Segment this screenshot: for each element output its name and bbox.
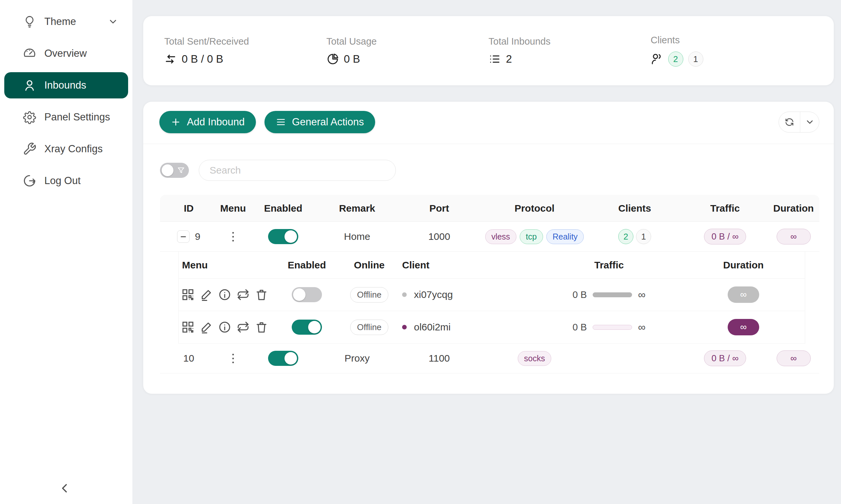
traffic-limit: ∞ xyxy=(638,321,646,334)
plus-icon xyxy=(171,117,181,127)
client-enabled-toggle[interactable] xyxy=(292,320,322,335)
swap-arrows-icon xyxy=(164,53,177,65)
refresh-icon xyxy=(785,117,794,127)
qr-code-icon[interactable] xyxy=(181,321,194,334)
refresh-split-button xyxy=(778,111,819,132)
row-menu-button[interactable] xyxy=(230,229,237,244)
toggle-knob xyxy=(285,230,297,243)
inbound-enabled-toggle[interactable] xyxy=(268,229,298,244)
toggle-knob xyxy=(293,288,306,301)
traffic-pill: 0 B / ∞ xyxy=(704,350,746,366)
traffic-pill: 0 B / ∞ xyxy=(704,229,746,245)
sidebar-item-label: Panel Settings xyxy=(44,111,110,123)
inbound-id: 9 xyxy=(195,231,201,242)
users-icon xyxy=(651,53,663,65)
menu-lines-icon xyxy=(276,117,286,127)
info-icon[interactable] xyxy=(218,288,231,301)
client-row: Offline ol60i2mi 0 B ∞ ∞ xyxy=(179,311,805,344)
search-input[interactable] xyxy=(199,160,396,181)
refresh-button[interactable] xyxy=(779,112,800,132)
stat-label: Total Usage xyxy=(327,36,489,47)
filter-toggle[interactable] xyxy=(160,163,189,178)
row-menu-button[interactable] xyxy=(230,351,237,366)
clients-total-badge: 1 xyxy=(688,52,703,67)
duration-pill[interactable]: ∞ xyxy=(777,350,811,366)
toggle-knob xyxy=(308,321,321,334)
logout-icon xyxy=(23,174,36,188)
qr-code-icon[interactable] xyxy=(181,288,194,301)
chevron-left-icon xyxy=(58,481,72,496)
sidebar-item-inbounds[interactable]: Inbounds xyxy=(4,72,128,98)
client-traffic-value: 0 B xyxy=(572,322,587,333)
collapse-sidebar-button[interactable] xyxy=(55,479,75,498)
client-status-dot xyxy=(402,325,407,329)
inbound-enabled-toggle[interactable] xyxy=(268,351,298,366)
col-traffic: Traffic xyxy=(682,203,768,214)
toolbar: Add Inbound General Actions xyxy=(143,102,834,144)
sidebar-item-label: Theme xyxy=(44,16,76,28)
sidebar-item-label: Log Out xyxy=(44,175,81,187)
online-status-badge: Offline xyxy=(350,320,389,335)
edit-icon[interactable] xyxy=(200,321,213,334)
clients-online-badge: 2 xyxy=(668,52,683,67)
toggle-knob xyxy=(285,352,297,364)
protocol-tag: Reality xyxy=(546,229,584,244)
stat-total-inbounds: Total Inbounds 2 xyxy=(488,36,651,65)
edit-icon[interactable] xyxy=(200,288,213,301)
inbound-id: 10 xyxy=(183,353,194,364)
col-online: Online xyxy=(340,259,399,271)
stat-total-usage: Total Usage 0 B xyxy=(327,36,489,65)
col-id: ID xyxy=(160,203,218,214)
search-row xyxy=(160,160,834,181)
client-name: xi07ycqg xyxy=(414,289,453,300)
inbound-remark: Home xyxy=(318,231,396,242)
repeat-icon[interactable] xyxy=(237,321,250,334)
sidebar: Theme Overview Inbounds Panel Settings X… xyxy=(0,0,132,504)
col-protocol: Protocol xyxy=(482,203,587,214)
sidebar-item-overview[interactable]: Overview xyxy=(4,40,128,67)
col-duration: Duration xyxy=(681,259,806,271)
toggle-knob xyxy=(161,164,173,176)
add-inbound-label: Add Inbound xyxy=(187,116,245,128)
sidebar-item-panel-settings[interactable]: Panel Settings xyxy=(4,104,128,130)
stats-card: Total Sent/Received 0 B / 0 B Total Usag… xyxy=(143,16,834,85)
client-enabled-toggle[interactable] xyxy=(292,287,322,302)
info-icon[interactable] xyxy=(218,321,231,334)
stat-label: Clients xyxy=(651,35,813,46)
sidebar-item-theme[interactable]: Theme xyxy=(4,8,128,35)
inbound-remark: Proxy xyxy=(318,353,396,364)
client-status-dot xyxy=(402,292,407,297)
client-duration-pill[interactable]: ∞ xyxy=(728,286,759,303)
protocol-tag: tcp xyxy=(520,229,543,244)
trash-icon[interactable] xyxy=(255,321,268,334)
stat-label: Total Inbounds xyxy=(488,36,651,47)
collapse-row-button[interactable] xyxy=(177,230,190,243)
col-duration: Duration xyxy=(768,203,819,214)
traffic-progress-bar xyxy=(593,325,632,330)
pie-chart-icon xyxy=(327,53,339,65)
add-inbound-button[interactable]: Add Inbound xyxy=(159,111,256,133)
sidebar-item-log-out[interactable]: Log Out xyxy=(4,168,128,194)
col-client: Client xyxy=(399,259,537,271)
clients-online-badge: 2 xyxy=(618,229,633,244)
client-traffic-value: 0 B xyxy=(572,289,587,300)
duration-pill[interactable]: ∞ xyxy=(777,229,811,245)
refresh-options-button[interactable] xyxy=(800,112,819,132)
filter-funnel-icon xyxy=(177,166,185,175)
inbounds-table: ID Menu Enabled Remark Port Protocol Cli… xyxy=(160,195,819,373)
main-content: Total Sent/Received 0 B / 0 B Total Usag… xyxy=(132,0,841,504)
general-actions-button[interactable]: General Actions xyxy=(264,111,375,133)
trash-icon[interactable] xyxy=(255,288,268,301)
inbound-row: 9 Home 1000 vless tcp Reality 2 1 0 B / … xyxy=(160,222,819,252)
client-row: Offline xi07ycqg 0 B ∞ ∞ xyxy=(179,278,805,311)
col-enabled: Enabled xyxy=(249,203,318,214)
client-name: ol60i2mi xyxy=(414,322,451,333)
protocol-tag: vless xyxy=(485,229,516,244)
chevron-down-icon xyxy=(805,117,815,127)
sidebar-item-label: Overview xyxy=(44,48,87,59)
table-header-row: ID Menu Enabled Remark Port Protocol Cli… xyxy=(160,195,819,222)
repeat-icon[interactable] xyxy=(237,288,250,301)
client-duration-pill[interactable]: ∞ xyxy=(728,319,759,335)
sidebar-item-xray-configs[interactable]: Xray Configs xyxy=(4,136,128,162)
wrench-icon xyxy=(23,142,36,156)
